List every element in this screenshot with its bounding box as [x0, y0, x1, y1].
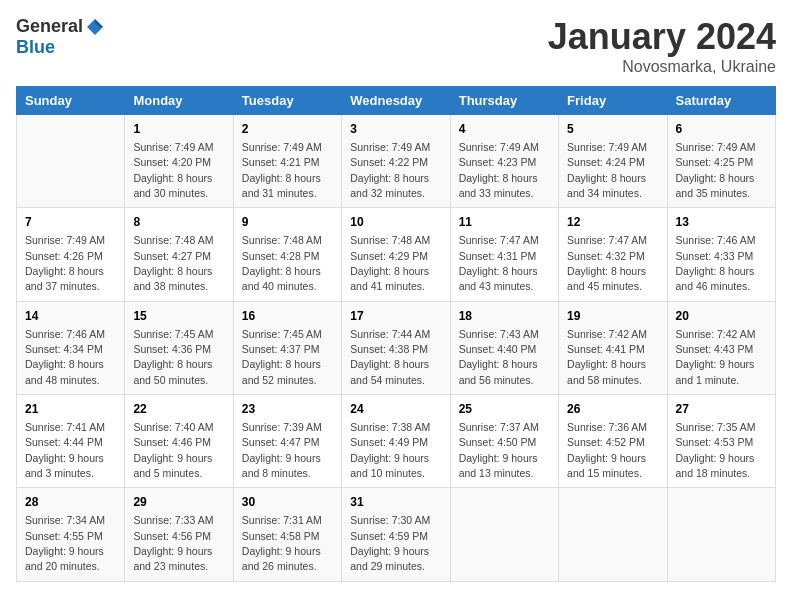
day-number: 7	[25, 214, 116, 231]
cell-info: Sunrise: 7:39 AM Sunset: 4:47 PM Dayligh…	[242, 421, 322, 479]
day-number: 23	[242, 401, 333, 418]
calendar-cell: 8Sunrise: 7:48 AM Sunset: 4:27 PM Daylig…	[125, 208, 233, 301]
calendar-cell: 15Sunrise: 7:45 AM Sunset: 4:36 PM Dayli…	[125, 301, 233, 394]
calendar-cell: 19Sunrise: 7:42 AM Sunset: 4:41 PM Dayli…	[559, 301, 667, 394]
day-number: 19	[567, 308, 658, 325]
cell-info: Sunrise: 7:40 AM Sunset: 4:46 PM Dayligh…	[133, 421, 213, 479]
calendar-cell: 29Sunrise: 7:33 AM Sunset: 4:56 PM Dayli…	[125, 488, 233, 581]
day-number: 13	[676, 214, 767, 231]
calendar-week-row: 28Sunrise: 7:34 AM Sunset: 4:55 PM Dayli…	[17, 488, 776, 581]
cell-info: Sunrise: 7:43 AM Sunset: 4:40 PM Dayligh…	[459, 328, 539, 386]
day-number: 30	[242, 494, 333, 511]
page-title: January 2024	[548, 16, 776, 58]
header-friday: Friday	[559, 87, 667, 115]
calendar-cell: 7Sunrise: 7:49 AM Sunset: 4:26 PM Daylig…	[17, 208, 125, 301]
cell-info: Sunrise: 7:41 AM Sunset: 4:44 PM Dayligh…	[25, 421, 105, 479]
day-number: 2	[242, 121, 333, 138]
calendar-week-row: 21Sunrise: 7:41 AM Sunset: 4:44 PM Dayli…	[17, 395, 776, 488]
day-number: 14	[25, 308, 116, 325]
calendar-cell: 20Sunrise: 7:42 AM Sunset: 4:43 PM Dayli…	[667, 301, 775, 394]
calendar-table: SundayMondayTuesdayWednesdayThursdayFrid…	[16, 86, 776, 582]
calendar-cell: 5Sunrise: 7:49 AM Sunset: 4:24 PM Daylig…	[559, 115, 667, 208]
calendar-cell: 6Sunrise: 7:49 AM Sunset: 4:25 PM Daylig…	[667, 115, 775, 208]
calendar-cell: 14Sunrise: 7:46 AM Sunset: 4:34 PM Dayli…	[17, 301, 125, 394]
day-number: 10	[350, 214, 441, 231]
day-number: 29	[133, 494, 224, 511]
cell-info: Sunrise: 7:45 AM Sunset: 4:37 PM Dayligh…	[242, 328, 322, 386]
logo-general-text: General	[16, 16, 83, 37]
calendar-cell: 2Sunrise: 7:49 AM Sunset: 4:21 PM Daylig…	[233, 115, 341, 208]
header-sunday: Sunday	[17, 87, 125, 115]
day-number: 8	[133, 214, 224, 231]
header-tuesday: Tuesday	[233, 87, 341, 115]
day-number: 24	[350, 401, 441, 418]
cell-info: Sunrise: 7:47 AM Sunset: 4:31 PM Dayligh…	[459, 234, 539, 292]
calendar-cell: 22Sunrise: 7:40 AM Sunset: 4:46 PM Dayli…	[125, 395, 233, 488]
page-subtitle: Novosmarka, Ukraine	[548, 58, 776, 76]
day-number: 25	[459, 401, 550, 418]
calendar-header-row: SundayMondayTuesdayWednesdayThursdayFrid…	[17, 87, 776, 115]
cell-info: Sunrise: 7:48 AM Sunset: 4:28 PM Dayligh…	[242, 234, 322, 292]
day-number: 21	[25, 401, 116, 418]
calendar-cell: 28Sunrise: 7:34 AM Sunset: 4:55 PM Dayli…	[17, 488, 125, 581]
logo-blue-text: Blue	[16, 37, 55, 58]
cell-info: Sunrise: 7:44 AM Sunset: 4:38 PM Dayligh…	[350, 328, 430, 386]
calendar-cell: 3Sunrise: 7:49 AM Sunset: 4:22 PM Daylig…	[342, 115, 450, 208]
day-number: 15	[133, 308, 224, 325]
day-number: 1	[133, 121, 224, 138]
day-number: 12	[567, 214, 658, 231]
day-number: 6	[676, 121, 767, 138]
cell-info: Sunrise: 7:45 AM Sunset: 4:36 PM Dayligh…	[133, 328, 213, 386]
day-number: 17	[350, 308, 441, 325]
day-number: 16	[242, 308, 333, 325]
cell-info: Sunrise: 7:48 AM Sunset: 4:27 PM Dayligh…	[133, 234, 213, 292]
calendar-cell: 9Sunrise: 7:48 AM Sunset: 4:28 PM Daylig…	[233, 208, 341, 301]
calendar-cell: 10Sunrise: 7:48 AM Sunset: 4:29 PM Dayli…	[342, 208, 450, 301]
cell-info: Sunrise: 7:49 AM Sunset: 4:25 PM Dayligh…	[676, 141, 756, 199]
header-wednesday: Wednesday	[342, 87, 450, 115]
calendar-cell	[17, 115, 125, 208]
cell-info: Sunrise: 7:49 AM Sunset: 4:20 PM Dayligh…	[133, 141, 213, 199]
cell-info: Sunrise: 7:36 AM Sunset: 4:52 PM Dayligh…	[567, 421, 647, 479]
cell-info: Sunrise: 7:49 AM Sunset: 4:24 PM Dayligh…	[567, 141, 647, 199]
calendar-cell: 30Sunrise: 7:31 AM Sunset: 4:58 PM Dayli…	[233, 488, 341, 581]
cell-info: Sunrise: 7:49 AM Sunset: 4:23 PM Dayligh…	[459, 141, 539, 199]
calendar-cell	[450, 488, 558, 581]
header-thursday: Thursday	[450, 87, 558, 115]
cell-info: Sunrise: 7:47 AM Sunset: 4:32 PM Dayligh…	[567, 234, 647, 292]
calendar-cell: 16Sunrise: 7:45 AM Sunset: 4:37 PM Dayli…	[233, 301, 341, 394]
calendar-cell: 25Sunrise: 7:37 AM Sunset: 4:50 PM Dayli…	[450, 395, 558, 488]
cell-info: Sunrise: 7:31 AM Sunset: 4:58 PM Dayligh…	[242, 514, 322, 572]
calendar-cell: 17Sunrise: 7:44 AM Sunset: 4:38 PM Dayli…	[342, 301, 450, 394]
calendar-week-row: 7Sunrise: 7:49 AM Sunset: 4:26 PM Daylig…	[17, 208, 776, 301]
day-number: 22	[133, 401, 224, 418]
calendar-cell: 4Sunrise: 7:49 AM Sunset: 4:23 PM Daylig…	[450, 115, 558, 208]
calendar-cell: 13Sunrise: 7:46 AM Sunset: 4:33 PM Dayli…	[667, 208, 775, 301]
page-header: General Blue January 2024 Novosmarka, Uk…	[16, 16, 776, 76]
day-number: 9	[242, 214, 333, 231]
calendar-cell: 26Sunrise: 7:36 AM Sunset: 4:52 PM Dayli…	[559, 395, 667, 488]
calendar-week-row: 1Sunrise: 7:49 AM Sunset: 4:20 PM Daylig…	[17, 115, 776, 208]
cell-info: Sunrise: 7:46 AM Sunset: 4:34 PM Dayligh…	[25, 328, 105, 386]
day-number: 27	[676, 401, 767, 418]
cell-info: Sunrise: 7:34 AM Sunset: 4:55 PM Dayligh…	[25, 514, 105, 572]
calendar-cell: 31Sunrise: 7:30 AM Sunset: 4:59 PM Dayli…	[342, 488, 450, 581]
calendar-cell	[667, 488, 775, 581]
calendar-cell	[559, 488, 667, 581]
cell-info: Sunrise: 7:42 AM Sunset: 4:43 PM Dayligh…	[676, 328, 756, 386]
calendar-cell: 27Sunrise: 7:35 AM Sunset: 4:53 PM Dayli…	[667, 395, 775, 488]
cell-info: Sunrise: 7:49 AM Sunset: 4:22 PM Dayligh…	[350, 141, 430, 199]
cell-info: Sunrise: 7:38 AM Sunset: 4:49 PM Dayligh…	[350, 421, 430, 479]
cell-info: Sunrise: 7:46 AM Sunset: 4:33 PM Dayligh…	[676, 234, 756, 292]
header-saturday: Saturday	[667, 87, 775, 115]
day-number: 11	[459, 214, 550, 231]
day-number: 20	[676, 308, 767, 325]
day-number: 3	[350, 121, 441, 138]
cell-info: Sunrise: 7:33 AM Sunset: 4:56 PM Dayligh…	[133, 514, 213, 572]
header-monday: Monday	[125, 87, 233, 115]
day-number: 18	[459, 308, 550, 325]
calendar-cell: 21Sunrise: 7:41 AM Sunset: 4:44 PM Dayli…	[17, 395, 125, 488]
calendar-cell: 12Sunrise: 7:47 AM Sunset: 4:32 PM Dayli…	[559, 208, 667, 301]
calendar-cell: 11Sunrise: 7:47 AM Sunset: 4:31 PM Dayli…	[450, 208, 558, 301]
cell-info: Sunrise: 7:37 AM Sunset: 4:50 PM Dayligh…	[459, 421, 539, 479]
